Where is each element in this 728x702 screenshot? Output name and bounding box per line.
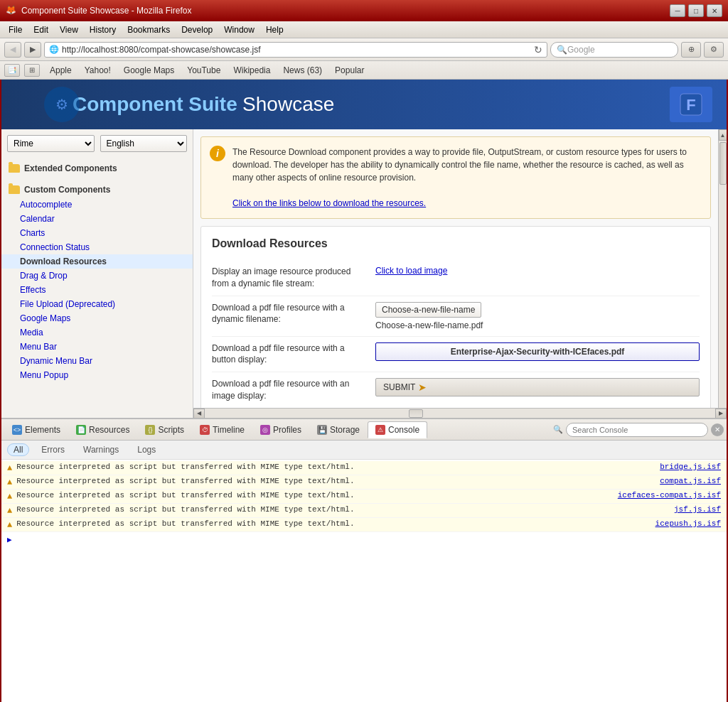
title-bar: 🦊 Component Suite Showcase - Mozilla Fir…: [0, 0, 728, 21]
custom-components-header[interactable]: Custom Components: [1, 182, 193, 198]
filter-all[interactable]: All: [7, 443, 29, 456]
bookmark-googlemaps[interactable]: Google Maps: [118, 64, 180, 77]
console-text-1: Resource interpreted as script but trans…: [16, 477, 654, 485]
devtools-tab-scripts[interactable]: {} Scripts: [137, 421, 192, 438]
console-link-4[interactable]: icepush.js.isf: [655, 519, 721, 528]
console-link-0[interactable]: bridge.js.isf: [660, 463, 721, 471]
choose-filename-button[interactable]: Choose-a-new-file-name: [375, 302, 481, 318]
filter-errors[interactable]: Errors: [35, 443, 71, 456]
h-scroll-thumb[interactable]: [409, 409, 423, 418]
horizontal-scrollbar[interactable]: ◀ ▶: [193, 408, 727, 418]
info-box: i The Resource Download component provid…: [200, 136, 711, 219]
nav-extra-btn1[interactable]: ⊕: [681, 42, 701, 58]
devtools-tab-resources[interactable]: 📄 Resources: [68, 421, 137, 438]
url-display: http://localhost:8080/compat-showcase/sh…: [62, 45, 531, 55]
forward-button[interactable]: ▶: [24, 42, 41, 58]
search-bar[interactable]: 🔍 Google: [550, 42, 678, 58]
menu-bar: File Edit View History Bookmarks Develop…: [0, 21, 728, 38]
console-entry-3: ▲ Resource interpreted as script but tra…: [1, 504, 727, 518]
sidebar-item-download-resources[interactable]: Download Resources: [1, 254, 193, 269]
sidebar-extended-section: Extended Components: [1, 158, 193, 179]
devtools-tab-elements[interactable]: <> Elements: [4, 421, 68, 438]
lang-select[interactable]: English: [100, 135, 188, 152]
nav-extra-btn2[interactable]: ⚙: [704, 42, 724, 58]
minimize-button[interactable]: ─: [670, 4, 685, 17]
sidebar-item-calendar[interactable]: Calendar: [1, 212, 193, 226]
devtools-tab-console[interactable]: ⚠ Console: [368, 421, 427, 438]
resources-tab-label: Resources: [89, 425, 129, 435]
refresh-button[interactable]: ↻: [534, 44, 542, 55]
sidebar-item-menu-bar[interactable]: Menu Bar: [1, 340, 193, 354]
devtools-search-input[interactable]: [566, 423, 708, 437]
download-pdf-button[interactable]: Enterprise-Ajax-Security-with-ICEfaces.p…: [375, 342, 700, 361]
bookmark-youtube[interactable]: YouTube: [181, 64, 226, 77]
maximize-button[interactable]: □: [688, 4, 704, 17]
submit-button[interactable]: SUBMIT ➤: [375, 378, 700, 396]
scroll-thumb[interactable]: [719, 142, 727, 185]
menu-file[interactable]: File: [3, 23, 28, 36]
sidebar-item-drag-drop[interactable]: Drag & Drop: [1, 269, 193, 283]
address-bar[interactable]: 🌐 http://localhost:8080/compat-showcase/…: [44, 42, 547, 58]
menu-window[interactable]: Window: [218, 23, 260, 36]
submit-label: SUBMIT: [383, 382, 415, 392]
devtools-tab-timeline[interactable]: ⏱ Timeline: [192, 421, 252, 438]
console-link-2[interactable]: icefaces-compat.js.isf: [618, 491, 721, 500]
menu-bookmarks[interactable]: Bookmarks: [122, 23, 176, 36]
scroll-right-button[interactable]: ▶: [715, 409, 727, 418]
custom-components-label: Custom Components: [24, 185, 110, 195]
chosen-filename-text: Choose-a-new-file-name.pdf: [375, 320, 700, 330]
menu-history[interactable]: History: [84, 23, 122, 36]
bookmark-wikipedia[interactable]: Wikipedia: [228, 64, 276, 77]
search-clear-button[interactable]: ✕: [711, 423, 724, 436]
info-link[interactable]: Click on the links below to download the…: [232, 198, 426, 208]
extended-components-header[interactable]: Extended Components: [1, 161, 193, 176]
theme-select[interactable]: Rime: [7, 135, 95, 152]
sidebar-item-google-maps[interactable]: Google Maps: [1, 311, 193, 325]
vertical-scrollbar[interactable]: ▲: [718, 129, 727, 408]
sidebar-item-autocomplete[interactable]: Autocomplete: [1, 198, 193, 212]
bookmarks-icon[interactable]: 📑: [4, 64, 20, 77]
filter-warnings[interactable]: Warnings: [77, 443, 125, 456]
scripts-tab-icon: {}: [145, 425, 155, 435]
sidebar-item-menu-popup[interactable]: Menu Popup: [1, 368, 193, 382]
console-link-1[interactable]: compat.js.isf: [660, 477, 721, 485]
window-title: Component Suite Showcase - Mozilla Firef…: [21, 6, 670, 16]
apps-icon[interactable]: ⊞: [24, 64, 40, 77]
menu-view[interactable]: View: [54, 23, 84, 36]
header-gear-icon: ⚙: [44, 87, 80, 122]
devtools-tab-profiles[interactable]: ◎ Profiles: [252, 421, 309, 438]
console-link-3[interactable]: jsf.js.isf: [674, 505, 721, 514]
warn-icon-3: ▲: [7, 506, 12, 516]
scroll-left-button[interactable]: ◀: [193, 409, 205, 418]
sidebar-item-dynamic-menu-bar[interactable]: Dynamic Menu Bar: [1, 354, 193, 368]
browser-icon: 🦊: [6, 5, 17, 16]
extended-components-label: Extended Components: [24, 163, 117, 173]
sidebar-item-media[interactable]: Media: [1, 325, 193, 340]
sidebar-item-charts[interactable]: Charts: [1, 226, 193, 240]
bookmark-apple[interactable]: Apple: [44, 64, 77, 77]
scroll-up-button[interactable]: ▲: [719, 129, 727, 141]
devtools-search: 🔍 ✕: [553, 423, 724, 437]
sidebar-item-effects[interactable]: Effects: [1, 283, 193, 297]
console-entry-2: ▲ Resource interpreted as script but tra…: [1, 490, 727, 504]
console-entry-4: ▲ Resource interpreted as script but tra…: [1, 518, 727, 532]
bookmark-news[interactable]: News (63): [277, 64, 328, 77]
sidebar-item-connection-status[interactable]: Connection Status: [1, 240, 193, 254]
back-button[interactable]: ◀: [4, 42, 21, 58]
console-entry-0: ▲ Resource interpreted as script but tra…: [1, 461, 727, 475]
h-scroll-track[interactable]: [205, 409, 715, 418]
menu-develop[interactable]: Develop: [176, 23, 218, 36]
console-prompt: ▶: [1, 532, 727, 547]
menu-help[interactable]: Help: [260, 23, 289, 36]
elements-tab-icon: <>: [12, 425, 22, 435]
devtools-tab-storage[interactable]: 💾 Storage: [309, 421, 368, 438]
filter-logs[interactable]: Logs: [131, 443, 162, 456]
bookmark-popular[interactable]: Popular: [329, 64, 370, 77]
close-button[interactable]: ✕: [707, 4, 722, 17]
load-image-link[interactable]: Click to load image: [375, 266, 700, 276]
window-controls: ─ □ ✕: [670, 4, 722, 17]
bookmark-yahoo[interactable]: Yahoo!: [79, 64, 117, 77]
sidebar-item-file-upload[interactable]: File Upload (Deprecated): [1, 297, 193, 311]
menu-edit[interactable]: Edit: [28, 23, 54, 36]
file-input-row: Choose-a-new-file-name: [375, 302, 700, 318]
